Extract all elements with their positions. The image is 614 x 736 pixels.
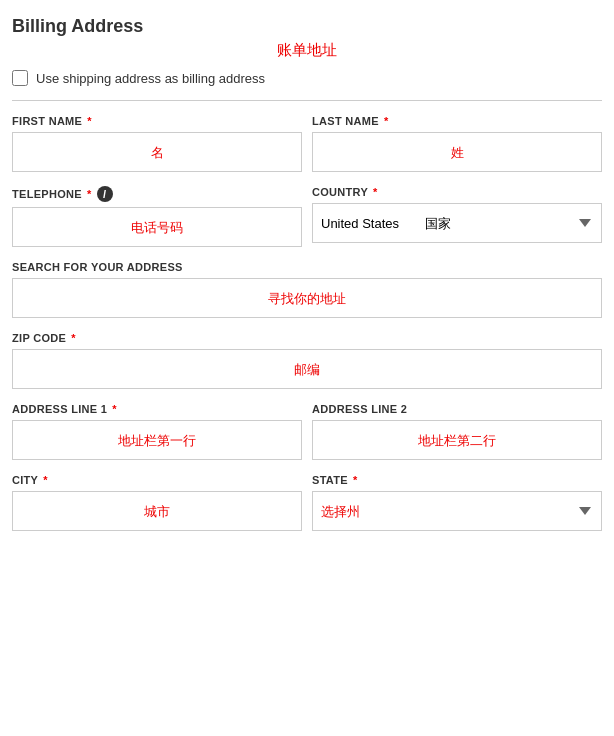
address-lines-row: ADDRESS LINE 1* ADDRESS LINE 2	[12, 403, 602, 460]
first-name-input[interactable]	[12, 132, 302, 172]
country-select[interactable]: United States 国家 China Canada United Kin…	[312, 203, 602, 243]
telephone-label: TELEPHONE* i	[12, 186, 302, 202]
divider	[12, 100, 602, 101]
city-input[interactable]	[12, 491, 302, 531]
city-label: CITY*	[12, 474, 302, 486]
zip-code-input[interactable]	[12, 349, 602, 389]
country-group: COUNTRY* United States 国家 China Canada U…	[312, 186, 602, 247]
search-address-row: SEARCH FOR YOUR ADDRESS	[12, 261, 602, 318]
name-row: FIRST NAME* LAST NAME*	[12, 115, 602, 172]
telephone-info-icon[interactable]: i	[97, 186, 113, 202]
state-select[interactable]: 选择州 California New York Texas	[312, 491, 602, 531]
address-line1-input[interactable]	[12, 420, 302, 460]
billing-address-title: Billing Address 账单地址	[12, 16, 602, 60]
telephone-country-row: TELEPHONE* i COUNTRY* United States 国家 C…	[12, 186, 602, 247]
search-address-group: SEARCH FOR YOUR ADDRESS	[12, 261, 602, 318]
search-address-label: SEARCH FOR YOUR ADDRESS	[12, 261, 602, 273]
use-shipping-checkbox-row[interactable]: Use shipping address as billing address	[12, 70, 602, 86]
zip-code-group: ZIP CODE*	[12, 332, 602, 389]
address-line1-group: ADDRESS LINE 1*	[12, 403, 302, 460]
last-name-group: LAST NAME*	[312, 115, 602, 172]
city-group: CITY*	[12, 474, 302, 531]
zip-code-row: ZIP CODE*	[12, 332, 602, 389]
telephone-input[interactable]	[12, 207, 302, 247]
country-label: COUNTRY*	[312, 186, 602, 198]
use-shipping-checkbox[interactable]	[12, 70, 28, 86]
subtitle-chinese: 账单地址	[12, 41, 602, 60]
first-name-group: FIRST NAME*	[12, 115, 302, 172]
search-address-input[interactable]	[12, 278, 602, 318]
first-name-label: FIRST NAME*	[12, 115, 302, 127]
address-line2-group: ADDRESS LINE 2	[312, 403, 602, 460]
city-state-row: CITY* STATE* 选择州 California New York Tex…	[12, 474, 602, 531]
last-name-input[interactable]	[312, 132, 602, 172]
address-line1-label: ADDRESS LINE 1*	[12, 403, 302, 415]
address-line2-input[interactable]	[312, 420, 602, 460]
telephone-group: TELEPHONE* i	[12, 186, 302, 247]
state-group: STATE* 选择州 California New York Texas	[312, 474, 602, 531]
zip-code-label: ZIP CODE*	[12, 332, 602, 344]
last-name-label: LAST NAME*	[312, 115, 602, 127]
use-shipping-label: Use shipping address as billing address	[36, 71, 265, 86]
state-label: STATE*	[312, 474, 602, 486]
address-line2-label: ADDRESS LINE 2	[312, 403, 602, 415]
